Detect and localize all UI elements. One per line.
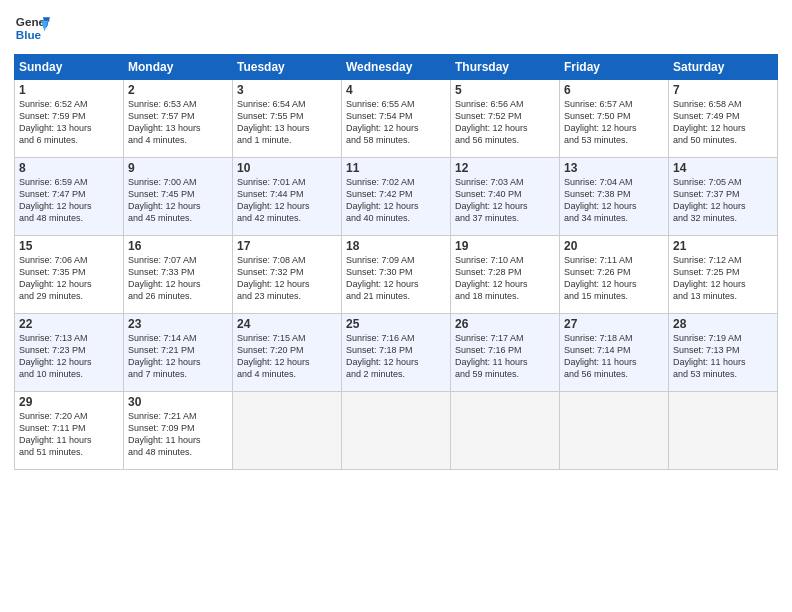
cell-text: Sunrise: 6:56 AMSunset: 7:52 PMDaylight:…: [455, 98, 555, 147]
cell-text: Sunrise: 7:03 AMSunset: 7:40 PMDaylight:…: [455, 176, 555, 225]
day-number: 26: [455, 317, 555, 331]
cell-text: Sunrise: 7:11 AMSunset: 7:26 PMDaylight:…: [564, 254, 664, 303]
calendar-cell: 18Sunrise: 7:09 AMSunset: 7:30 PMDayligh…: [342, 236, 451, 314]
calendar-cell: 29Sunrise: 7:20 AMSunset: 7:11 PMDayligh…: [15, 392, 124, 470]
calendar-table: SundayMondayTuesdayWednesdayThursdayFrid…: [14, 54, 778, 470]
day-number: 19: [455, 239, 555, 253]
cell-text: Sunrise: 7:04 AMSunset: 7:38 PMDaylight:…: [564, 176, 664, 225]
day-number: 18: [346, 239, 446, 253]
cell-text: Sunrise: 6:59 AMSunset: 7:47 PMDaylight:…: [19, 176, 119, 225]
calendar-cell: 14Sunrise: 7:05 AMSunset: 7:37 PMDayligh…: [669, 158, 778, 236]
day-number: 29: [19, 395, 119, 409]
cell-text: Sunrise: 7:00 AMSunset: 7:45 PMDaylight:…: [128, 176, 228, 225]
weekday-header-saturday: Saturday: [669, 55, 778, 80]
weekday-header-tuesday: Tuesday: [233, 55, 342, 80]
weekday-header-monday: Monday: [124, 55, 233, 80]
calendar-week-3: 15Sunrise: 7:06 AMSunset: 7:35 PMDayligh…: [15, 236, 778, 314]
calendar-cell: [669, 392, 778, 470]
weekday-header-thursday: Thursday: [451, 55, 560, 80]
cell-text: Sunrise: 6:53 AMSunset: 7:57 PMDaylight:…: [128, 98, 228, 147]
calendar-cell: [233, 392, 342, 470]
cell-text: Sunrise: 6:57 AMSunset: 7:50 PMDaylight:…: [564, 98, 664, 147]
calendar-cell: 20Sunrise: 7:11 AMSunset: 7:26 PMDayligh…: [560, 236, 669, 314]
day-number: 2: [128, 83, 228, 97]
cell-text: Sunrise: 6:58 AMSunset: 7:49 PMDaylight:…: [673, 98, 773, 147]
calendar-cell: 27Sunrise: 7:18 AMSunset: 7:14 PMDayligh…: [560, 314, 669, 392]
day-number: 11: [346, 161, 446, 175]
cell-text: Sunrise: 7:18 AMSunset: 7:14 PMDaylight:…: [564, 332, 664, 381]
calendar-cell: 19Sunrise: 7:10 AMSunset: 7:28 PMDayligh…: [451, 236, 560, 314]
cell-text: Sunrise: 7:20 AMSunset: 7:11 PMDaylight:…: [19, 410, 119, 459]
day-number: 4: [346, 83, 446, 97]
day-number: 21: [673, 239, 773, 253]
cell-text: Sunrise: 7:16 AMSunset: 7:18 PMDaylight:…: [346, 332, 446, 381]
cell-text: Sunrise: 7:09 AMSunset: 7:30 PMDaylight:…: [346, 254, 446, 303]
calendar-week-4: 22Sunrise: 7:13 AMSunset: 7:23 PMDayligh…: [15, 314, 778, 392]
calendar-week-5: 29Sunrise: 7:20 AMSunset: 7:11 PMDayligh…: [15, 392, 778, 470]
day-number: 1: [19, 83, 119, 97]
calendar-cell: 1Sunrise: 6:52 AMSunset: 7:59 PMDaylight…: [15, 80, 124, 158]
calendar-cell: 15Sunrise: 7:06 AMSunset: 7:35 PMDayligh…: [15, 236, 124, 314]
cell-text: Sunrise: 7:15 AMSunset: 7:20 PMDaylight:…: [237, 332, 337, 381]
day-number: 23: [128, 317, 228, 331]
calendar-cell: [451, 392, 560, 470]
calendar-cell: 3Sunrise: 6:54 AMSunset: 7:55 PMDaylight…: [233, 80, 342, 158]
calendar-cell: 2Sunrise: 6:53 AMSunset: 7:57 PMDaylight…: [124, 80, 233, 158]
calendar-week-1: 1Sunrise: 6:52 AMSunset: 7:59 PMDaylight…: [15, 80, 778, 158]
calendar-cell: 9Sunrise: 7:00 AMSunset: 7:45 PMDaylight…: [124, 158, 233, 236]
calendar-cell: 22Sunrise: 7:13 AMSunset: 7:23 PMDayligh…: [15, 314, 124, 392]
cell-text: Sunrise: 7:07 AMSunset: 7:33 PMDaylight:…: [128, 254, 228, 303]
calendar-cell: 13Sunrise: 7:04 AMSunset: 7:38 PMDayligh…: [560, 158, 669, 236]
cell-text: Sunrise: 7:01 AMSunset: 7:44 PMDaylight:…: [237, 176, 337, 225]
header: General Blue: [14, 10, 778, 46]
cell-text: Sunrise: 6:55 AMSunset: 7:54 PMDaylight:…: [346, 98, 446, 147]
calendar-cell: 6Sunrise: 6:57 AMSunset: 7:50 PMDaylight…: [560, 80, 669, 158]
day-number: 20: [564, 239, 664, 253]
calendar-cell: 5Sunrise: 6:56 AMSunset: 7:52 PMDaylight…: [451, 80, 560, 158]
cell-text: Sunrise: 7:12 AMSunset: 7:25 PMDaylight:…: [673, 254, 773, 303]
day-number: 7: [673, 83, 773, 97]
calendar-header-row: SundayMondayTuesdayWednesdayThursdayFrid…: [15, 55, 778, 80]
cell-text: Sunrise: 6:54 AMSunset: 7:55 PMDaylight:…: [237, 98, 337, 147]
calendar-cell: 17Sunrise: 7:08 AMSunset: 7:32 PMDayligh…: [233, 236, 342, 314]
calendar-cell: 4Sunrise: 6:55 AMSunset: 7:54 PMDaylight…: [342, 80, 451, 158]
cell-text: Sunrise: 7:10 AMSunset: 7:28 PMDaylight:…: [455, 254, 555, 303]
day-number: 6: [564, 83, 664, 97]
svg-text:Blue: Blue: [16, 28, 42, 41]
calendar-cell: 30Sunrise: 7:21 AMSunset: 7:09 PMDayligh…: [124, 392, 233, 470]
day-number: 5: [455, 83, 555, 97]
day-number: 3: [237, 83, 337, 97]
cell-text: Sunrise: 7:19 AMSunset: 7:13 PMDaylight:…: [673, 332, 773, 381]
day-number: 24: [237, 317, 337, 331]
calendar-cell: [342, 392, 451, 470]
cell-text: Sunrise: 7:13 AMSunset: 7:23 PMDaylight:…: [19, 332, 119, 381]
day-number: 27: [564, 317, 664, 331]
cell-text: Sunrise: 7:05 AMSunset: 7:37 PMDaylight:…: [673, 176, 773, 225]
day-number: 22: [19, 317, 119, 331]
calendar-cell: 25Sunrise: 7:16 AMSunset: 7:18 PMDayligh…: [342, 314, 451, 392]
calendar-cell: 28Sunrise: 7:19 AMSunset: 7:13 PMDayligh…: [669, 314, 778, 392]
day-number: 16: [128, 239, 228, 253]
day-number: 10: [237, 161, 337, 175]
day-number: 28: [673, 317, 773, 331]
logo-icon: General Blue: [14, 10, 50, 46]
day-number: 30: [128, 395, 228, 409]
day-number: 17: [237, 239, 337, 253]
cell-text: Sunrise: 7:02 AMSunset: 7:42 PMDaylight:…: [346, 176, 446, 225]
calendar-cell: 24Sunrise: 7:15 AMSunset: 7:20 PMDayligh…: [233, 314, 342, 392]
calendar-cell: 26Sunrise: 7:17 AMSunset: 7:16 PMDayligh…: [451, 314, 560, 392]
calendar-cell: 10Sunrise: 7:01 AMSunset: 7:44 PMDayligh…: [233, 158, 342, 236]
cell-text: Sunrise: 7:06 AMSunset: 7:35 PMDaylight:…: [19, 254, 119, 303]
calendar-cell: 23Sunrise: 7:14 AMSunset: 7:21 PMDayligh…: [124, 314, 233, 392]
calendar-week-2: 8Sunrise: 6:59 AMSunset: 7:47 PMDaylight…: [15, 158, 778, 236]
day-number: 13: [564, 161, 664, 175]
day-number: 25: [346, 317, 446, 331]
calendar-cell: 21Sunrise: 7:12 AMSunset: 7:25 PMDayligh…: [669, 236, 778, 314]
calendar-cell: [560, 392, 669, 470]
main-container: General Blue SundayMondayTuesdayWednesda…: [0, 0, 792, 480]
weekday-header-friday: Friday: [560, 55, 669, 80]
day-number: 9: [128, 161, 228, 175]
cell-text: Sunrise: 7:14 AMSunset: 7:21 PMDaylight:…: [128, 332, 228, 381]
cell-text: Sunrise: 6:52 AMSunset: 7:59 PMDaylight:…: [19, 98, 119, 147]
cell-text: Sunrise: 7:17 AMSunset: 7:16 PMDaylight:…: [455, 332, 555, 381]
